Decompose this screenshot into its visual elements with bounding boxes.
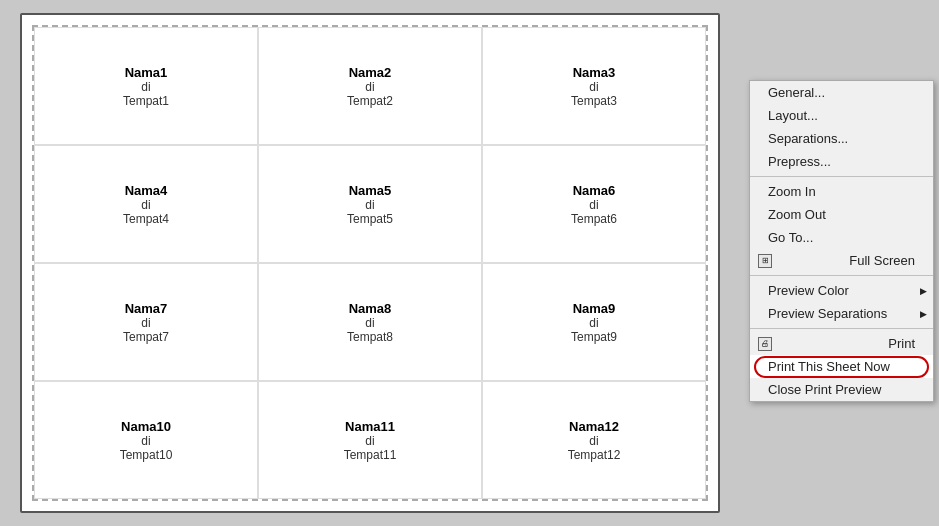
card-di: di [589, 198, 598, 212]
card-item: Nama9 di Tempat9 [482, 263, 706, 381]
menu-item-label: Preview Separations [768, 306, 887, 321]
card-item: Nama1 di Tempat1 [34, 27, 258, 145]
main-area: Nama1 di Tempat1 Nama2 di Tempat2 Nama3 … [0, 0, 939, 526]
menu-separator [750, 328, 933, 329]
card-name: Nama10 [121, 419, 171, 434]
card-item: Nama5 di Tempat5 [258, 145, 482, 263]
menu-item[interactable]: ⊞Full Screen [750, 249, 933, 272]
menu-item[interactable]: Prepress... [750, 150, 933, 173]
card-item: Nama11 di Tempat11 [258, 381, 482, 499]
card-name: Nama5 [349, 183, 392, 198]
card-grid: Nama1 di Tempat1 Nama2 di Tempat2 Nama3 … [32, 25, 708, 501]
card-place: Tempat3 [571, 94, 617, 108]
menu-item[interactable]: Layout... [750, 104, 933, 127]
card-di: di [365, 80, 374, 94]
card-di: di [141, 80, 150, 94]
menu-item-label: Prepress... [768, 154, 831, 169]
menu-item-label: Zoom Out [768, 207, 826, 222]
card-di: di [141, 434, 150, 448]
menu-item[interactable]: Preview Color [750, 279, 933, 302]
menu-item-label: Full Screen [849, 253, 915, 268]
menu-item-label: Print This Sheet Now [768, 359, 890, 374]
card-name: Nama3 [573, 65, 616, 80]
card-name: Nama9 [573, 301, 616, 316]
card-item: Nama3 di Tempat3 [482, 27, 706, 145]
card-item: Nama10 di Tempat10 [34, 381, 258, 499]
card-place: Tempat10 [120, 448, 173, 462]
menu-item-label: Layout... [768, 108, 818, 123]
card-place: Tempat7 [123, 330, 169, 344]
card-name: Nama12 [569, 419, 619, 434]
menu-item[interactable]: Separations... [750, 127, 933, 150]
menu-item-label: Go To... [768, 230, 813, 245]
fullscreen-icon: ⊞ [758, 254, 772, 268]
menu-item[interactable]: Zoom In [750, 180, 933, 203]
card-di: di [141, 316, 150, 330]
card-di: di [365, 316, 374, 330]
card-di: di [589, 434, 598, 448]
card-name: Nama8 [349, 301, 392, 316]
context-menu: General...Layout...Separations...Prepres… [749, 80, 934, 402]
menu-item[interactable]: Preview Separations [750, 302, 933, 325]
card-name: Nama1 [125, 65, 168, 80]
card-place: Tempat6 [571, 212, 617, 226]
card-name: Nama4 [125, 183, 168, 198]
card-di: di [365, 198, 374, 212]
card-item: Nama12 di Tempat12 [482, 381, 706, 499]
menu-item-label: Preview Color [768, 283, 849, 298]
card-place: Tempat5 [347, 212, 393, 226]
menu-separator [750, 176, 933, 177]
card-item: Nama8 di Tempat8 [258, 263, 482, 381]
menu-item-label: Zoom In [768, 184, 816, 199]
card-place: Tempat1 [123, 94, 169, 108]
card-place: Tempat11 [344, 448, 397, 462]
menu-item-label: Print [888, 336, 915, 351]
menu-item[interactable]: Zoom Out [750, 203, 933, 226]
card-place: Tempat9 [571, 330, 617, 344]
menu-separator [750, 275, 933, 276]
card-name: Nama11 [345, 419, 395, 434]
card-item: Nama2 di Tempat2 [258, 27, 482, 145]
card-item: Nama6 di Tempat6 [482, 145, 706, 263]
card-place: Tempat8 [347, 330, 393, 344]
card-place: Tempat12 [568, 448, 621, 462]
print-icon: 🖨 [758, 337, 772, 351]
card-di: di [365, 434, 374, 448]
menu-item[interactable]: General... [750, 81, 933, 104]
print-preview-container: Nama1 di Tempat1 Nama2 di Tempat2 Nama3 … [20, 13, 720, 513]
card-place: Tempat4 [123, 212, 169, 226]
card-place: Tempat2 [347, 94, 393, 108]
card-name: Nama7 [125, 301, 168, 316]
card-di: di [141, 198, 150, 212]
menu-item[interactable]: Print This Sheet Now [750, 355, 933, 378]
menu-item-label: Close Print Preview [768, 382, 881, 397]
card-name: Nama2 [349, 65, 392, 80]
card-item: Nama4 di Tempat4 [34, 145, 258, 263]
card-item: Nama7 di Tempat7 [34, 263, 258, 381]
card-name: Nama6 [573, 183, 616, 198]
menu-item-label: Separations... [768, 131, 848, 146]
menu-item[interactable]: Go To... [750, 226, 933, 249]
card-di: di [589, 316, 598, 330]
menu-item-label: General... [768, 85, 825, 100]
card-di: di [589, 80, 598, 94]
menu-item[interactable]: Close Print Preview [750, 378, 933, 401]
menu-item[interactable]: 🖨Print [750, 332, 933, 355]
